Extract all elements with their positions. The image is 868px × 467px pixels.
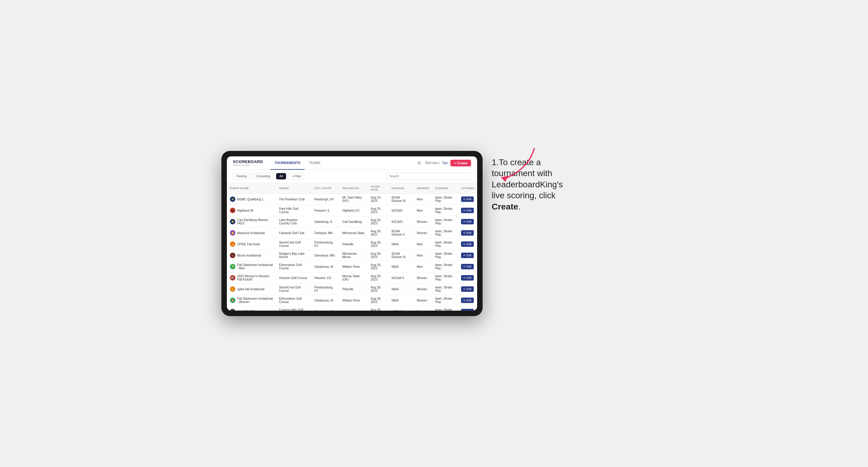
app-logo: SCOREBOARD	[233, 160, 263, 164]
table-row: ⭐ VU PREVIEW Cypress Hills Golf Club Vin…	[227, 306, 477, 311]
cell-scoring: team, Stroke Play	[432, 216, 458, 227]
edit-button[interactable]: ✏ Edit	[461, 253, 474, 258]
create-button[interactable]: + Create	[451, 160, 471, 166]
table-row: 💫 upike fall invitational StoneCrest Gol…	[227, 284, 477, 295]
cell-event-name: 🔥 UPIKE Fall Invite	[227, 239, 276, 250]
cell-city-state: Oskaloosa, IA	[311, 295, 339, 306]
header-right: ⚙ Test User | Sign + Create	[416, 160, 471, 166]
cell-actions: ✏ Edit	[458, 239, 477, 250]
sign-in-link[interactable]: Sign	[442, 161, 448, 164]
cell-division: NJCAA I	[389, 205, 414, 216]
team-logo: 🦁	[230, 219, 236, 224]
cell-hosted-by: Minnesota State	[339, 227, 368, 239]
edit-button[interactable]: ✏ Edit	[461, 241, 474, 247]
cell-scoring: team, Stroke Play	[432, 295, 458, 306]
team-logo: 🦅	[230, 253, 236, 258]
cell-hosted-by: William Penn	[339, 261, 368, 272]
edit-button[interactable]: ✏ Edit	[461, 286, 474, 292]
filter-button[interactable]: ≡ Filter	[288, 173, 305, 180]
cell-division: NAIA	[389, 261, 414, 272]
cell-venue: StoneCrest Golf Course	[276, 284, 311, 295]
hosting-filter[interactable]: Hosting	[233, 173, 250, 180]
edit-button[interactable]: ✏ Edit	[461, 230, 474, 236]
cell-division: NCAA Division III	[389, 194, 414, 205]
cell-hosted-by: Highland CC	[339, 205, 368, 216]
cell-scoring: team, Stroke Play	[432, 250, 458, 261]
events-table: EVENT NAME VENUE CITY, STATE HOSTED BY S…	[227, 183, 477, 311]
cell-scoring: team, Stroke Play	[432, 227, 458, 239]
team-logo: ⚡	[230, 196, 236, 202]
cell-venue: Park Hills Golf Course	[276, 205, 311, 216]
cell-hosted-by: Mt. Saint Mary (NY)	[339, 194, 368, 205]
cell-start-date: Aug 28, 2023	[368, 295, 389, 306]
cell-city-state: Deerwood, MN	[311, 250, 339, 261]
edit-button[interactable]: ✏ Edit	[461, 298, 474, 303]
cell-event-name: ⚡ MSMC Qualifying 1	[227, 194, 276, 205]
nav-tab-teams[interactable]: TEAMS	[305, 156, 325, 170]
svg-marker-0	[501, 176, 508, 182]
cell-venue: Faribault Golf Club	[276, 227, 311, 239]
team-logo: 💫	[230, 286, 236, 292]
cell-start-date: Aug 28, 2023	[368, 306, 389, 311]
col-city-state: CITY, STATE	[311, 183, 339, 194]
cell-event-name: 🏆 Fall Statesmen Invitational - Men	[227, 261, 276, 272]
cell-event-name: 🌟 Maverick Invitational	[227, 227, 276, 239]
cell-actions: ✏ Edit	[458, 227, 477, 239]
event-name-text: VU PREVIEW	[237, 310, 256, 311]
team-logo: 🏔	[230, 208, 236, 213]
cell-division: NCAA Division II	[389, 227, 414, 239]
edit-button[interactable]: ✏ Edit	[461, 309, 474, 311]
cell-start-date: Aug 28, 2023	[368, 284, 389, 295]
event-name-text: MSMC Qualifying 1	[237, 198, 263, 201]
cell-actions: ✏ Edit	[458, 250, 477, 261]
events-table-container: EVENT NAME VENUE CITY, STATE HOSTED BY S…	[227, 183, 477, 311]
table-row: 🎯 Fall Statesmen Invitational - Women Ed…	[227, 295, 477, 306]
cell-city-state: Prestonsburg, KY	[311, 284, 339, 295]
edit-button[interactable]: ✏ Edit	[461, 275, 474, 281]
edit-button[interactable]: ✏ Edit	[461, 219, 474, 224]
cell-actions: ✏ Edit	[458, 216, 477, 227]
table-row: 🦅 Morris Invitational Ruttger's Bay Lake…	[227, 250, 477, 261]
competing-filter[interactable]: Competing	[252, 173, 274, 180]
cell-scoring: team, Stroke Play	[432, 261, 458, 272]
cell-gender: Men	[414, 250, 432, 261]
all-filter[interactable]: All	[276, 173, 286, 180]
edit-button[interactable]: ✏ Edit	[461, 196, 474, 202]
cell-start-date: Aug 28, 2023	[368, 250, 389, 261]
main-nav: TOURNAMENTS TEAMS	[270, 156, 325, 169]
edit-button[interactable]: ✏ Edit	[461, 264, 474, 269]
cell-actions: ✏ Edit	[458, 272, 477, 284]
team-logo: 🎯	[230, 298, 236, 303]
col-venue: VENUE	[276, 183, 311, 194]
event-name-text: Maverick Invitational	[237, 231, 265, 235]
cell-start-date: Aug 24, 2023	[368, 194, 389, 205]
cell-gender: Men	[414, 306, 432, 311]
logo-subtitle: Powered by Clipp	[233, 164, 263, 166]
cell-scoring: team, Stroke Play	[432, 284, 458, 295]
cell-division: NAIA	[389, 239, 414, 250]
cell-hosted-by: Pikeville	[339, 239, 368, 250]
cell-city-state: Prestonsburg, KY	[311, 239, 339, 250]
cell-actions: ✏ Edit	[458, 205, 477, 216]
cell-actions: ✏ Edit	[458, 261, 477, 272]
cell-hosted-by: Pikeville	[339, 284, 368, 295]
col-scoring: SCORING	[432, 183, 458, 194]
cell-start-date: Aug 28, 2023	[368, 227, 389, 239]
arrow-icon	[486, 146, 540, 182]
edit-button[interactable]: ✏ Edit	[461, 208, 474, 213]
settings-icon[interactable]: ⚙	[416, 160, 423, 166]
cell-actions: ✏ Edit	[458, 284, 477, 295]
nav-tab-tournaments[interactable]: TOURNAMENTS	[270, 156, 305, 170]
col-hosted-by: HOSTED BY	[339, 183, 368, 194]
col-gender: GENDER	[414, 183, 432, 194]
filter-bar: Hosting Competing All ≡ Filter	[227, 170, 477, 183]
app-header: SCOREBOARD Powered by Clipp TOURNAMENTS …	[227, 156, 477, 170]
cell-gender: Men	[414, 205, 432, 216]
cell-division: NJCAA II	[389, 272, 414, 284]
cell-venue: Cypress Hills Golf Club	[276, 306, 311, 311]
search-input[interactable]	[386, 173, 471, 180]
cell-scoring: team, Stroke Play	[432, 239, 458, 250]
cell-city-state: Galesburg, IL	[311, 216, 339, 227]
event-name-text: Fall Statesmen Invitational - Men	[237, 263, 273, 270]
cell-venue: Hesston Golf Course	[276, 272, 311, 284]
